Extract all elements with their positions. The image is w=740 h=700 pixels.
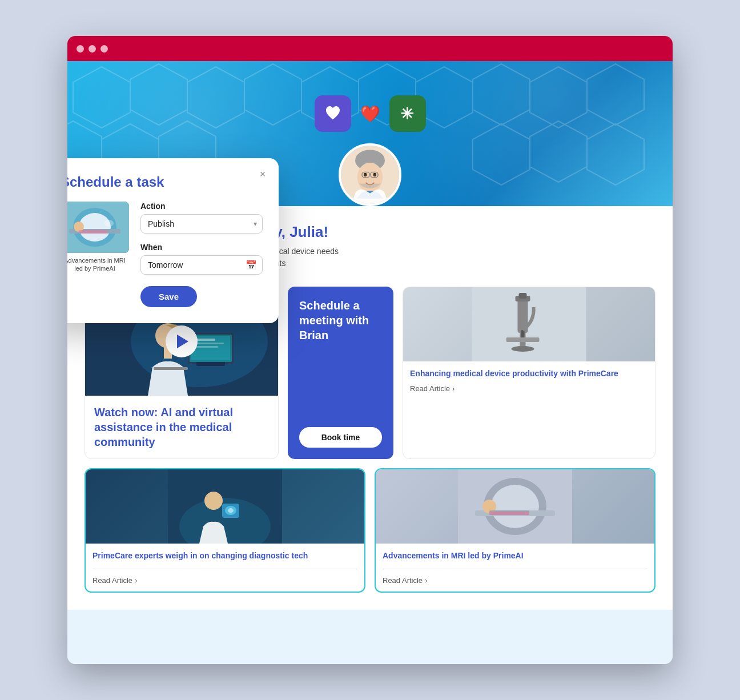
microscope-svg <box>403 287 655 361</box>
separator-mri <box>383 569 648 569</box>
svg-point-53 <box>491 485 539 528</box>
modal-thumbnail-caption: Advancements in MRI led by PrimeAI <box>67 256 129 273</box>
read-article-text-lab: Read Article <box>92 576 132 585</box>
traffic-light-yellow[interactable] <box>89 45 96 53</box>
video-card-body: Watch now: AI and virtual assistance in … <box>85 396 278 458</box>
schedule-meeting-card[interactable]: Schedule a meeting with Brian Book time <box>288 287 393 459</box>
browser-titlebar <box>67 36 673 61</box>
primecare-heart-icon[interactable] <box>315 95 351 132</box>
doctor-face-svg <box>341 143 399 206</box>
read-article-text: Read Article <box>410 384 450 393</box>
article-body: Enhancing medical device productivity wi… <box>403 361 655 400</box>
modal-form: Action Publish Schedule Archive ▾ When <box>140 202 263 307</box>
video-title: Watch now: AI and virtual assistance in … <box>94 405 269 449</box>
action-select[interactable]: Publish Schedule Archive <box>140 214 263 234</box>
bottom-card-lab[interactable]: PrimeCare experts weigh in on changing d… <box>85 468 365 593</box>
schedule-task-modal: × Schedule a task <box>67 158 279 323</box>
bottom-cards-row: PrimeCare experts weigh in on changing d… <box>85 468 655 593</box>
svg-rect-44 <box>506 337 540 342</box>
bottom-card-body-lab: PrimeCare experts weigh in on changing d… <box>86 544 364 592</box>
heart-logo-svg <box>323 103 343 124</box>
action-select-wrapper: Publish Schedule Archive ▾ <box>140 214 263 234</box>
arrow-icon-lab: › <box>135 576 137 585</box>
action-label: Action <box>140 202 263 211</box>
asterisk-logo-svg: ✳ <box>397 103 418 124</box>
bottom-card-body-mri: Advancements in MRI led by PrimeAI Read … <box>376 544 654 592</box>
save-button[interactable]: Save <box>140 286 197 307</box>
svg-text:✳: ✳ <box>400 105 414 123</box>
svg-point-50 <box>228 508 234 513</box>
svg-rect-63 <box>79 230 107 234</box>
cards-section: Watch now: AI and virtual assistance in … <box>67 281 673 610</box>
article-microscope-thumbnail <box>403 287 655 361</box>
modal-thumbnail-section: Advancements in MRI led by PrimeAI <box>67 202 129 307</box>
when-input[interactable] <box>140 255 263 275</box>
main-content: ❤️ ✳ <box>67 61 673 664</box>
play-triangle-icon <box>177 335 188 348</box>
calendar-icon: 📅 <box>246 260 257 271</box>
primecare-asterisk-icon[interactable]: ✳ <box>389 95 426 132</box>
modal-title: Schedule a task <box>67 174 263 190</box>
lab-svg <box>86 469 364 544</box>
bottom-card-title-mri: Advancements in MRI led by PrimeAI <box>383 550 648 562</box>
when-date-wrapper: 📅 <box>140 255 263 275</box>
modal-overlay: × Schedule a task <box>67 158 279 323</box>
modal-close-button[interactable]: × <box>256 167 270 181</box>
read-article-link-lab[interactable]: Read Article › <box>92 576 357 585</box>
schedule-meeting-title: Schedule a meeting with Brian <box>299 298 382 343</box>
when-label: When <box>140 243 263 252</box>
play-button[interactable] <box>166 325 198 357</box>
traffic-light-red[interactable] <box>77 45 84 53</box>
arrow-icon-mri: › <box>425 576 427 585</box>
svg-rect-28 <box>196 361 225 366</box>
heart-emoji-icon: ❤️ <box>360 104 380 123</box>
svg-point-64 <box>104 220 114 227</box>
book-time-button[interactable]: Book time <box>299 427 382 448</box>
read-article-link[interactable]: Read Article › <box>410 384 648 393</box>
svg-point-20 <box>364 173 367 176</box>
modal-thumbnail-image <box>67 202 129 253</box>
svg-rect-57 <box>489 512 529 515</box>
svg-rect-36 <box>154 367 188 370</box>
modal-mri-svg <box>67 202 129 253</box>
doctor-avatar <box>339 143 401 206</box>
browser-content: ❤️ ✳ <box>67 61 673 664</box>
read-article-text-mri: Read Article <box>383 576 423 585</box>
top-icons-row: ❤️ ✳ <box>67 61 673 132</box>
svg-rect-43 <box>521 330 525 339</box>
bottom-card-mri[interactable]: Advancements in MRI led by PrimeAI Read … <box>375 468 655 593</box>
arrow-icon: › <box>452 384 455 393</box>
read-article-link-mri[interactable]: Read Article › <box>383 576 648 585</box>
lab-thumbnail <box>86 469 364 544</box>
traffic-light-green[interactable] <box>100 45 108 53</box>
mri-svg <box>376 469 654 544</box>
mri-thumbnail <box>376 469 654 544</box>
article-card-microscope[interactable]: Enhancing medical device productivity wi… <box>403 287 655 459</box>
article-title: Enhancing medical device productivity wi… <box>410 368 648 380</box>
separator <box>92 569 357 569</box>
browser-window: ❤️ ✳ <box>67 36 673 664</box>
svg-point-47 <box>204 492 223 510</box>
bottom-card-title-lab: PrimeCare experts weigh in on changing d… <box>92 550 357 562</box>
svg-point-41 <box>512 346 534 352</box>
modal-body: Advancements in MRI led by PrimeAI Actio… <box>67 202 263 307</box>
svg-rect-42 <box>519 293 527 299</box>
svg-point-21 <box>373 173 377 176</box>
